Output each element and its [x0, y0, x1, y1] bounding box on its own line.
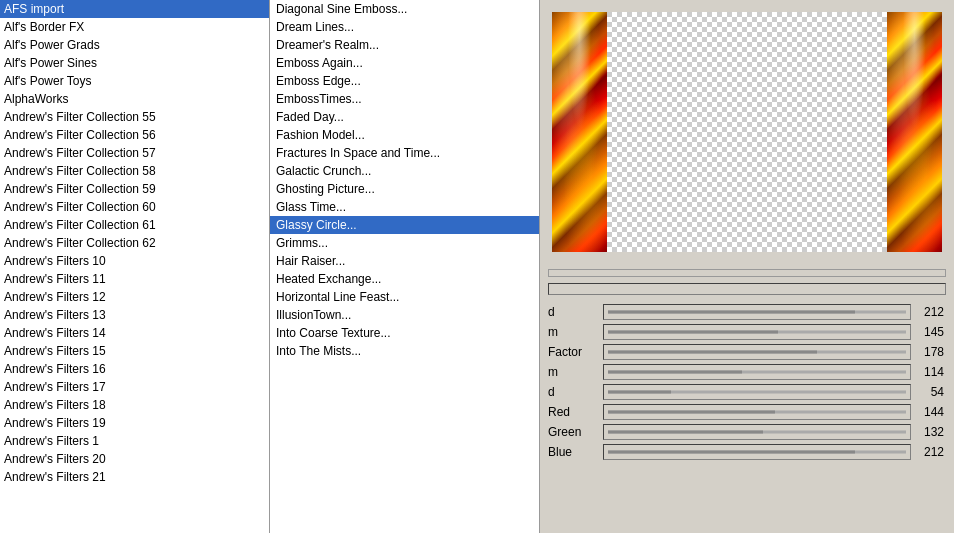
param-value: 54: [911, 385, 946, 399]
params-container: d212m145Factor178m114d54Red144Green132Bl…: [548, 303, 946, 463]
plugin-list-item[interactable]: Andrew's Filters 13: [0, 306, 269, 324]
plugin-list-item[interactable]: Andrew's Filter Collection 57: [0, 144, 269, 162]
param-row: Factor178: [548, 343, 946, 361]
param-row: d212: [548, 303, 946, 321]
param-row: d54: [548, 383, 946, 401]
param-row: m145: [548, 323, 946, 341]
plugin-list-item[interactable]: Andrew's Filters 15: [0, 342, 269, 360]
param-value: 212: [911, 445, 946, 459]
filter-list-item[interactable]: Fashion Model...: [270, 126, 539, 144]
param-value: 212: [911, 305, 946, 319]
param-value: 145: [911, 325, 946, 339]
param-label: m: [548, 325, 603, 339]
plugin-list-item[interactable]: Andrew's Filters 20: [0, 450, 269, 468]
filter-list-item[interactable]: Into The Mists...: [270, 342, 539, 360]
param-value: 144: [911, 405, 946, 419]
plugin-list-item[interactable]: Andrew's Filters 21: [0, 468, 269, 486]
filter-name-display: [548, 269, 946, 277]
filter-list-item[interactable]: Emboss Edge...: [270, 72, 539, 90]
param-row: Green132: [548, 423, 946, 441]
param-label: Red: [548, 405, 603, 419]
param-slider[interactable]: [603, 324, 911, 340]
left-decoration-strip: [552, 12, 607, 252]
plugin-list-item[interactable]: AlphaWorks: [0, 90, 269, 108]
plugin-list-item[interactable]: Andrew's Filters 19: [0, 414, 269, 432]
plugin-list-item[interactable]: Alf's Power Sines: [0, 54, 269, 72]
filter-list-item[interactable]: Into Coarse Texture...: [270, 324, 539, 342]
param-label: Factor: [548, 345, 603, 359]
param-row: Blue212: [548, 443, 946, 461]
plugin-list-item[interactable]: Alf's Power Grads: [0, 36, 269, 54]
param-slider[interactable]: [603, 404, 911, 420]
plugin-list-item[interactable]: Andrew's Filters 12: [0, 288, 269, 306]
param-row: Red144: [548, 403, 946, 421]
checker-background: [552, 12, 942, 252]
progress-bar: [548, 283, 946, 295]
plugin-list-item[interactable]: Andrew's Filters 16: [0, 360, 269, 378]
filter-list-item[interactable]: Grimms...: [270, 234, 539, 252]
plugin-list-item[interactable]: Andrew's Filters 10: [0, 252, 269, 270]
right-decoration-strip: [887, 12, 942, 252]
filter-list-item[interactable]: IllusionTown...: [270, 306, 539, 324]
filter-list-item[interactable]: Glassy Circle...: [270, 216, 539, 234]
plugin-list-item[interactable]: Alf's Border FX: [0, 18, 269, 36]
filter-list-item[interactable]: Faded Day...: [270, 108, 539, 126]
left-list-container: AFS importAlf's Border FXAlf's Power Gra…: [0, 0, 269, 533]
param-slider[interactable]: [603, 384, 911, 400]
plugin-list-item[interactable]: Andrew's Filters 14: [0, 324, 269, 342]
plugin-list-item[interactable]: Andrew's Filter Collection 55: [0, 108, 269, 126]
controls-area: d212m145Factor178m114d54Red144Green132Bl…: [540, 265, 954, 533]
filter-list-item[interactable]: Glass Time...: [270, 198, 539, 216]
plugin-list-item[interactable]: Andrew's Filter Collection 60: [0, 198, 269, 216]
filter-list-item[interactable]: Hair Raiser...: [270, 252, 539, 270]
plugin-list-item[interactable]: Andrew's Filters 11: [0, 270, 269, 288]
param-value: 178: [911, 345, 946, 359]
filter-list-item[interactable]: Dream Lines...: [270, 18, 539, 36]
plugin-list-item[interactable]: Andrew's Filters 1: [0, 432, 269, 450]
param-label: d: [548, 385, 603, 399]
filter-list[interactable]: Diagonal Sine Emboss...Dream Lines...Dre…: [270, 0, 539, 533]
plugin-list-item[interactable]: Andrew's Filter Collection 58: [0, 162, 269, 180]
plugin-list[interactable]: AFS importAlf's Border FXAlf's Power Gra…: [0, 0, 269, 533]
plugin-list-item[interactable]: Andrew's Filter Collection 62: [0, 234, 269, 252]
filter-list-item[interactable]: Emboss Again...: [270, 54, 539, 72]
filter-list-item[interactable]: Galactic Crunch...: [270, 162, 539, 180]
filter-list-item[interactable]: Horizontal Line Feast...: [270, 288, 539, 306]
filter-list-item[interactable]: Fractures In Space and Time...: [270, 144, 539, 162]
plugin-list-item[interactable]: Alf's Power Toys: [0, 72, 269, 90]
param-slider[interactable]: [603, 304, 911, 320]
filter-list-item[interactable]: Dreamer's Realm...: [270, 36, 539, 54]
preview-canvas: [552, 12, 942, 252]
param-slider[interactable]: [603, 344, 911, 360]
preview-area: [540, 0, 954, 265]
plugin-list-item[interactable]: Andrew's Filters 17: [0, 378, 269, 396]
param-label: Blue: [548, 445, 603, 459]
param-value: 132: [911, 425, 946, 439]
plugin-list-item[interactable]: Andrew's Filter Collection 56: [0, 126, 269, 144]
filter-list-item[interactable]: EmbossTimes...: [270, 90, 539, 108]
middle-panel: Diagonal Sine Emboss...Dream Lines...Dre…: [270, 0, 540, 533]
filter-list-item[interactable]: Ghosting Picture...: [270, 180, 539, 198]
param-slider[interactable]: [603, 444, 911, 460]
plugin-list-item[interactable]: Andrew's Filter Collection 61: [0, 216, 269, 234]
right-panel: d212m145Factor178m114d54Red144Green132Bl…: [540, 0, 954, 533]
param-slider[interactable]: [603, 364, 911, 380]
filter-list-item[interactable]: Diagonal Sine Emboss...: [270, 0, 539, 18]
plugin-list-item[interactable]: Andrew's Filter Collection 59: [0, 180, 269, 198]
plugin-list-item[interactable]: Andrew's Filters 18: [0, 396, 269, 414]
param-slider[interactable]: [603, 424, 911, 440]
filter-list-item[interactable]: Heated Exchange...: [270, 270, 539, 288]
left-panel: AFS importAlf's Border FXAlf's Power Gra…: [0, 0, 270, 533]
plugin-list-item[interactable]: AFS import: [0, 0, 269, 18]
param-value: 114: [911, 365, 946, 379]
param-label: Green: [548, 425, 603, 439]
param-row: m114: [548, 363, 946, 381]
param-label: m: [548, 365, 603, 379]
param-label: d: [548, 305, 603, 319]
